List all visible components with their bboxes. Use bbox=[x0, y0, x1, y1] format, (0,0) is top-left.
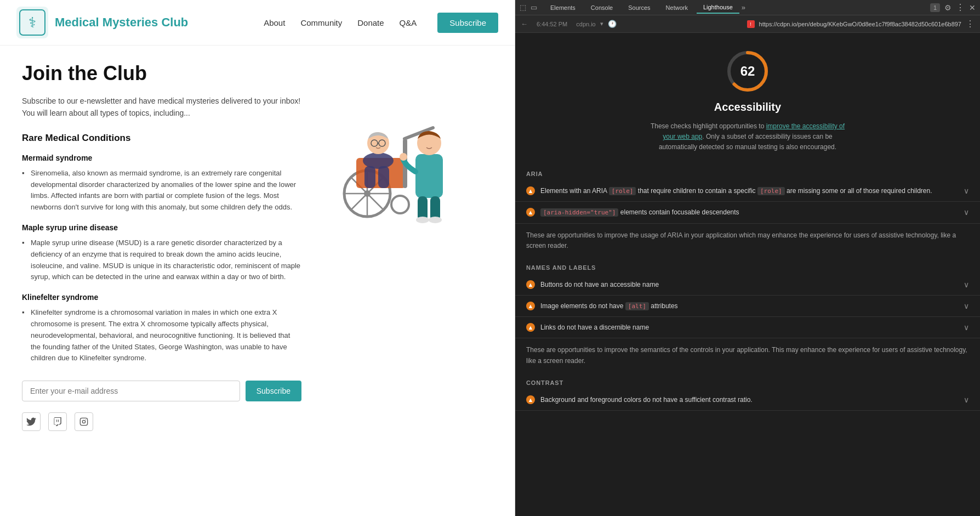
dt-inspect-icon[interactable]: ▭ bbox=[531, 3, 537, 12]
dt-favicon: ! bbox=[747, 20, 755, 28]
contrast-item-1-text: Background and foreground colors do not … bbox=[540, 395, 958, 405]
conditions-container: Mermaid syndromeSirenomelia, also known … bbox=[22, 154, 301, 364]
aria-info-text: These are opportunities to improve the u… bbox=[515, 224, 980, 258]
conditions-section-title: Rare Medical Conditions bbox=[22, 133, 301, 144]
dt-settings-icon[interactable]: ⚙ bbox=[944, 3, 951, 12]
tab-console[interactable]: Console bbox=[584, 2, 619, 13]
chevron-down-icon-1: ∨ bbox=[964, 186, 969, 195]
names-labels-category: NAMES AND LABELS ▲ Buttons do not have a… bbox=[515, 258, 980, 373]
contrast-label: CONTRAST bbox=[515, 373, 980, 389]
list-item: Maple syrup urine disease (MSUD) is a ra… bbox=[22, 237, 301, 283]
dt-panel-title: Accessibility bbox=[714, 101, 781, 114]
condition-list: Maple syrup urine disease (MSUD) is a ra… bbox=[22, 237, 301, 283]
site-main: Join the Club Subscribe to our e-newslet… bbox=[0, 46, 515, 447]
names-labels-label: NAMES AND LABELS bbox=[515, 258, 980, 274]
content-right bbox=[318, 62, 471, 431]
dt-close-icon[interactable]: ✕ bbox=[969, 3, 976, 12]
dt-device-icon[interactable]: 1 bbox=[930, 3, 940, 12]
svg-point-5 bbox=[86, 419, 86, 420]
warn-icon-2: ▲ bbox=[526, 208, 535, 217]
aria-item-2-text: [aria-hidden="true"] elements contain fo… bbox=[540, 207, 958, 218]
chevron-down-icon-5: ∨ bbox=[964, 323, 969, 332]
tab-network[interactable]: Network bbox=[659, 2, 694, 13]
list-item: Sirenomelia, also known as mermaid syndr… bbox=[22, 168, 301, 213]
aria-category: ARIA ▲ Elements with an ARIA [role] that… bbox=[515, 164, 980, 258]
contrast-item-1[interactable]: ▲ Background and foreground colors do no… bbox=[515, 389, 980, 411]
condition-title: Maple syrup urine disease bbox=[22, 223, 301, 232]
dt-url: https://cdpn.io/pen/debug/KKebGwO/0d8ee1… bbox=[759, 21, 961, 27]
devtools-toolbar: ⬚ ▭ Elements Console Sources Network Lig… bbox=[515, 0, 980, 15]
aria-item-1-text: Elements with an ARIA [role] that requir… bbox=[540, 186, 958, 196]
chevron-down-icon-4: ∨ bbox=[964, 302, 969, 310]
names-item-2[interactable]: ▲ Image elements do not have [alt] attri… bbox=[515, 296, 980, 317]
dt-score-section: 62 Accessibility These checks highlight … bbox=[515, 33, 980, 164]
condition-list: Klinefelter syndrome is a chromosomal va… bbox=[22, 307, 301, 364]
names-info-text: These are opportunities to improve the s… bbox=[515, 338, 980, 372]
warn-icon-5: ▲ bbox=[526, 323, 535, 332]
list-item: Klinefelter syndrome is a chromosomal va… bbox=[22, 307, 301, 364]
svg-point-14 bbox=[391, 196, 409, 213]
svg-rect-19 bbox=[364, 166, 375, 188]
chevron-down-icon-6: ∨ bbox=[964, 395, 969, 404]
tab-elements[interactable]: Elements bbox=[544, 2, 582, 13]
nav-donate[interactable]: Donate bbox=[357, 18, 384, 27]
warn-icon-1: ▲ bbox=[526, 186, 535, 195]
tab-lighthouse[interactable]: Lighthouse bbox=[697, 2, 739, 14]
instagram-icon[interactable] bbox=[75, 412, 93, 431]
nav-qa[interactable]: Q&A bbox=[400, 18, 417, 27]
dt-cursor-icon[interactable]: ⬚ bbox=[520, 3, 526, 12]
dt-dropdown-icon[interactable]: ▾ bbox=[600, 20, 603, 27]
tab-sources[interactable]: Sources bbox=[622, 2, 657, 13]
score-circle: 62 bbox=[726, 49, 770, 93]
site-nav: ⚕ Medical Mysteries Club About Community… bbox=[0, 0, 515, 46]
email-input[interactable] bbox=[22, 381, 240, 401]
aria-label: ARIA bbox=[515, 164, 980, 180]
chevron-down-icon-3: ∨ bbox=[964, 280, 969, 289]
names-item-1-text: Buttons do not have an accessible name bbox=[540, 280, 958, 290]
email-form: Subscribe bbox=[22, 381, 301, 401]
names-item-2-text: Image elements do not have [alt] attribu… bbox=[540, 301, 958, 311]
hero-heading: Join the Club bbox=[22, 62, 301, 85]
twitter-icon[interactable] bbox=[22, 412, 41, 431]
dt-more-tabs-icon[interactable]: » bbox=[742, 3, 745, 12]
twitch-icon[interactable] bbox=[48, 412, 67, 431]
names-item-3-text: Links do not have a discernible name bbox=[540, 322, 958, 332]
chevron-down-icon-2: ∨ bbox=[964, 208, 969, 217]
names-item-1[interactable]: ▲ Buttons do not have an accessible name… bbox=[515, 274, 980, 296]
svg-rect-20 bbox=[378, 166, 389, 188]
wheelchair-illustration bbox=[323, 73, 466, 226]
dt-domain: cdpn.io bbox=[576, 21, 595, 27]
dt-toolbar-icons: 1 ⚙ ⋮ ✕ bbox=[930, 2, 976, 13]
nav-about[interactable]: About bbox=[264, 18, 285, 27]
svg-point-30 bbox=[416, 217, 429, 223]
names-item-3[interactable]: ▲ Links do not have a discernible name ∨ bbox=[515, 317, 980, 338]
nav-community[interactable]: Community bbox=[300, 18, 342, 27]
aria-item-2[interactable]: ▲ [aria-hidden="true"] elements contain … bbox=[515, 202, 980, 224]
warn-icon-4: ▲ bbox=[526, 302, 535, 310]
condition-list: Sirenomelia, also known as mermaid syndr… bbox=[22, 168, 301, 213]
dt-panel-description: These checks highlight opportunities to … bbox=[643, 121, 852, 153]
aria-item-1[interactable]: ▲ Elements with an ARIA [role] that requ… bbox=[515, 180, 980, 202]
score-number: 62 bbox=[740, 64, 755, 79]
svg-rect-3 bbox=[80, 418, 87, 425]
hero-description: Subscribe to our e-newsletter and have m… bbox=[22, 95, 301, 120]
site-name: Medical Mysteries Club bbox=[55, 15, 188, 30]
dt-back-icon[interactable]: ← bbox=[521, 20, 528, 28]
svg-point-27 bbox=[400, 153, 407, 161]
condition-title: Mermaid syndrome bbox=[22, 154, 301, 162]
social-icons bbox=[22, 412, 301, 431]
condition-title: Klinefelter syndrome bbox=[22, 293, 301, 302]
form-subscribe-button[interactable]: Subscribe bbox=[246, 381, 301, 401]
contrast-category: CONTRAST ▲ Background and foreground col… bbox=[515, 373, 980, 411]
nav-subscribe-button[interactable]: Subscribe bbox=[437, 13, 498, 33]
content-left: Join the Club Subscribe to our e-newslet… bbox=[22, 62, 301, 431]
dt-url-more-icon[interactable]: ⋮ bbox=[966, 19, 975, 29]
svg-point-31 bbox=[429, 217, 442, 223]
warn-icon-6: ▲ bbox=[526, 395, 535, 404]
dt-history-icon[interactable]: 🕐 bbox=[608, 20, 617, 28]
svg-text:⚕: ⚕ bbox=[29, 14, 36, 31]
logo-icon: ⚕ bbox=[16, 7, 48, 38]
accessibility-link[interactable]: improve the accessibility of your web ap… bbox=[663, 122, 845, 140]
dt-time: 6:44:52 PM bbox=[532, 21, 572, 27]
dt-vertical-dots-icon[interactable]: ⋮ bbox=[956, 2, 965, 13]
